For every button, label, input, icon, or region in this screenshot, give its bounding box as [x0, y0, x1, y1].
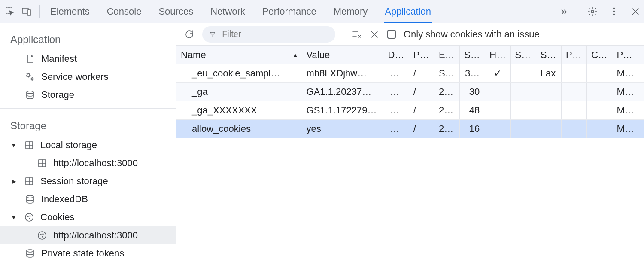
cell: M… — [612, 83, 644, 101]
section-storage-title: Storage — [0, 116, 176, 136]
device-toggle-icon[interactable] — [21, 6, 32, 17]
grid-icon — [23, 140, 35, 150]
cell: / — [409, 101, 434, 120]
tree-item-indexeddb[interactable]: IndexedDB — [0, 190, 176, 208]
table-row[interactable]: _gaGA1.1.20237…lo…/2…30M… — [176, 83, 644, 101]
tree-item-private-state-tokens[interactable]: Private state tokens — [0, 244, 176, 262]
cell: GS1.1.172279… — [302, 101, 383, 120]
cell — [561, 101, 586, 120]
db-icon — [24, 90, 36, 100]
delete-icon[interactable] — [369, 29, 380, 40]
tab-network[interactable]: Network — [210, 0, 245, 23]
cell: 2… — [434, 83, 459, 101]
section-application-title: Application — [0, 30, 176, 50]
cell — [485, 83, 510, 101]
inspect-icon[interactable] — [5, 6, 15, 17]
cell — [561, 64, 586, 83]
col-header[interactable]: D… — [383, 46, 409, 64]
tree-item-service-workers[interactable]: Service workers — [0, 68, 176, 86]
refresh-icon[interactable] — [184, 29, 194, 40]
cell: Lax — [536, 64, 561, 83]
caret-icon[interactable]: ▼ — [9, 214, 18, 221]
cell: M… — [612, 64, 644, 83]
cell: lo… — [383, 101, 409, 120]
col-header[interactable]: S… — [510, 46, 536, 64]
cell: lo… — [383, 64, 409, 83]
tree-item-http-localhost-3000[interactable]: http://localhost:3000 — [0, 226, 176, 244]
tree-item-label: http://localhost:3000 — [53, 158, 138, 169]
file-icon — [24, 54, 36, 64]
db-icon — [24, 194, 36, 204]
col-header[interactable]: Value — [302, 46, 383, 64]
close-icon[interactable] — [630, 6, 641, 17]
tab-memory[interactable]: Memory — [334, 0, 368, 23]
table-row[interactable]: allow_cookiesyeslo…/2…16M… — [176, 120, 644, 138]
kebab-menu-icon[interactable] — [609, 6, 619, 17]
tree-item-http-localhost-3000[interactable]: http://localhost:3000 — [0, 154, 176, 172]
cell — [536, 120, 561, 138]
cell — [510, 120, 536, 138]
col-header[interactable]: E… — [434, 46, 459, 64]
grid-icon — [36, 158, 48, 168]
tree-item-label: Manifest — [41, 53, 77, 64]
svg-rect-2 — [27, 10, 31, 15]
tree-item-cookies[interactable]: ▼Cookies — [0, 208, 176, 226]
tree-item-label: Local storage — [40, 140, 97, 151]
col-header[interactable]: S… — [536, 46, 561, 64]
col-header[interactable]: C… — [587, 46, 612, 64]
col-header[interactable]: P… — [612, 46, 644, 64]
gears-icon — [24, 72, 36, 82]
filter-pill[interactable] — [202, 26, 335, 43]
cell: mh8LXDjhw… — [302, 64, 383, 83]
tree-item-storage[interactable]: Storage — [0, 86, 176, 104]
col-header[interactable]: Name▲ — [176, 46, 302, 64]
cell: 30 — [460, 83, 485, 101]
filter-icon — [209, 30, 216, 38]
table-row[interactable]: _ga_XXXXXXXGS1.1.172279…lo…/2…48M… — [176, 101, 644, 120]
tab-sources[interactable]: Sources — [158, 0, 193, 23]
col-header[interactable]: P… — [561, 46, 586, 64]
cell: 16 — [460, 120, 485, 138]
cell: allow_cookies — [176, 120, 302, 138]
cookie-icon — [36, 230, 48, 241]
caret-icon[interactable]: ▶ — [9, 178, 18, 185]
tab-application[interactable]: Application — [385, 0, 431, 23]
tree-item-label: Private state tokens — [41, 248, 124, 259]
col-header[interactable]: P… — [409, 46, 434, 64]
devtools-tabs: ElementsConsoleSourcesNetworkPerformance… — [50, 0, 553, 23]
tree-item-manifest[interactable]: Manifest — [0, 50, 176, 68]
table-row[interactable]: _eu_cookie_sampl…mh8LXDjhw…lo…/S…3…✓LaxM… — [176, 64, 644, 83]
svg-point-6 — [613, 14, 614, 15]
tree-item-label: http://localhost:3000 — [53, 230, 138, 241]
caret-icon[interactable]: ▼ — [9, 142, 18, 149]
cell: _ga_XXXXXXX — [176, 101, 302, 120]
clear-all-icon[interactable] — [351, 29, 361, 40]
cell — [587, 83, 612, 101]
col-header[interactable]: S… — [460, 46, 485, 64]
cell: M… — [612, 101, 644, 120]
tree-item-session-storage[interactable]: ▶Session storage — [0, 172, 176, 190]
filter-input[interactable] — [221, 29, 328, 40]
tree-item-local-storage[interactable]: ▼Local storage — [0, 136, 176, 154]
cookies-table: Name▲ValueD…P…E…S…H…S…S…P…C…P…_eu_cookie… — [176, 46, 644, 138]
cell — [561, 83, 586, 101]
cell — [510, 83, 536, 101]
more-tabs-icon[interactable]: » — [561, 5, 565, 18]
cell: 2… — [434, 101, 459, 120]
col-header[interactable]: H… — [485, 46, 510, 64]
tree-item-label: Service workers — [41, 71, 108, 82]
tab-performance[interactable]: Performance — [262, 0, 316, 23]
db-icon — [24, 248, 36, 259]
grid-icon — [23, 176, 35, 186]
cell: / — [409, 120, 434, 138]
gear-icon[interactable] — [587, 6, 598, 17]
svg-point-21 — [42, 236, 43, 237]
tree-item-label: Cookies — [40, 212, 74, 223]
svg-point-4 — [613, 8, 614, 9]
tree-item-label: IndexedDB — [41, 194, 88, 205]
only-issues-checkbox[interactable] — [387, 30, 396, 39]
svg-point-5 — [613, 11, 614, 12]
cell: ✓ — [485, 64, 510, 83]
tab-elements[interactable]: Elements — [50, 0, 90, 23]
tab-console[interactable]: Console — [107, 0, 142, 23]
